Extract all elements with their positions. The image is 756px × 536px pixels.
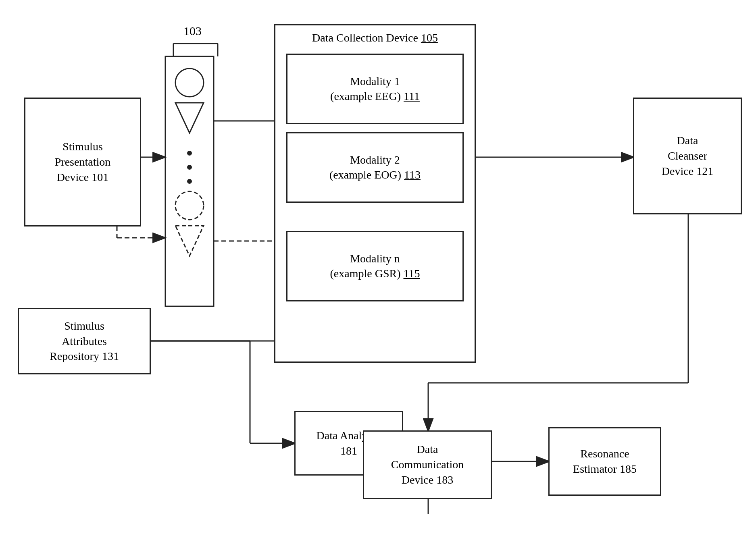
modality-1-box: Modality 1(example EEG) 111 (286, 54, 464, 124)
svg-rect-6 (165, 56, 214, 306)
svg-point-11 (187, 179, 192, 184)
diagram: 103 StimulusPresentationDevice 101 Data … (0, 0, 756, 536)
bracket-label: 103 (183, 24, 202, 38)
stimulus-presentation-label: StimulusPresentationDevice 101 (55, 139, 110, 185)
stimulus-presentation-device: StimulusPresentationDevice 101 (24, 98, 141, 226)
modality-n-label: Modality n(example GSR) 115 (330, 251, 420, 282)
svg-point-10 (187, 165, 192, 170)
data-cleanser-label: DataCleanserDevice 121 (662, 133, 713, 179)
data-cleanser-device: DataCleanserDevice 121 (633, 98, 742, 214)
svg-marker-13 (175, 226, 204, 256)
data-communication-label: DataCommunicationDevice 183 (391, 442, 464, 487)
svg-marker-8 (175, 103, 204, 133)
modality-2-label: Modality 2(example EOG) 113 (329, 152, 421, 183)
stimulus-attributes-repository: StimulusAttributesRepository 131 (18, 308, 151, 374)
data-communication-device: DataCommunicationDevice 183 (363, 430, 492, 499)
resonance-estimator: ResonanceEstimator 185 (548, 427, 661, 496)
modality-1-label: Modality 1(example EEG) 111 (330, 74, 420, 104)
data-collection-device: Data Collection Device 105 Modality 1(ex… (274, 24, 476, 363)
modality-2-box: Modality 2(example EOG) 113 (286, 132, 464, 203)
stimulus-attributes-label: StimulusAttributesRepository 131 (50, 318, 119, 364)
resonance-estimator-label: ResonanceEstimator 185 (573, 446, 637, 477)
svg-point-12 (175, 191, 204, 220)
svg-point-9 (187, 151, 192, 156)
data-collection-label: Data Collection Device 105 (282, 30, 468, 46)
modality-n-box: Modality n(example GSR) 115 (286, 231, 464, 301)
svg-point-7 (175, 69, 204, 97)
